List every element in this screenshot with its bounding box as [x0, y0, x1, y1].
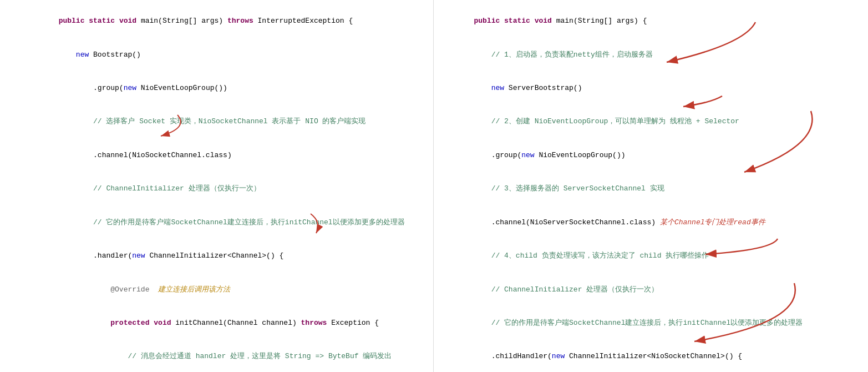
code-line: // 4、child 负责处理读写，该方法决定了 child 执行哪些操作	[439, 239, 861, 273]
code-line: // 它的作用是待客户端SocketChannel建立连接后，执行initCha…	[439, 306, 861, 340]
code-line: .channel(NioServerSocketChannel.class) 某…	[439, 206, 861, 239]
left-code-content: public static void main(String[] args) t…	[7, 4, 427, 372]
right-code-content: public static void main(String[] args) {…	[439, 4, 861, 372]
code-line: .channel(NioSocketChannel.class)	[7, 139, 427, 172]
right-code-panel: public static void main(String[] args) {…	[434, 0, 868, 372]
code-line: new Bootstrap()	[7, 38, 427, 71]
code-line: new ServerBootstrap()	[439, 72, 861, 105]
code-line: // 消息会经过通道 handler 处理，这里是将 String => Byt…	[7, 340, 427, 372]
left-code-panel: public static void main(String[] args) t…	[0, 0, 434, 372]
code-line: .group(new NioEventLoopGroup())	[7, 72, 427, 105]
main-container: public static void main(String[] args) t…	[0, 0, 868, 372]
code-line: .childHandler(new ChannelInitializer<Nio…	[439, 340, 861, 372]
code-line: // 3、选择服务器的 ServerSocketChannel 实现	[439, 172, 861, 205]
code-line: // ChannelInitializer 处理器（仅执行一次）	[7, 172, 427, 205]
code-line: // ChannelInitializer 处理器（仅执行一次）	[439, 273, 861, 306]
code-line: // 它的作用是待客户端SocketChannel建立连接后，执行initCha…	[7, 206, 427, 239]
code-line: // 1、启动器，负责装配netty组件，启动服务器	[439, 38, 861, 71]
code-line: // 选择客户 Socket 实现类，NioSocketChannel 表示基于…	[7, 105, 427, 138]
code-line: public static void main(String[] args) {	[439, 4, 861, 38]
code-line: public static void main(String[] args) t…	[7, 4, 427, 38]
code-line: // 2、创建 NioEventLoopGroup，可以简单理解为 线程池 + …	[439, 105, 861, 138]
code-line: .group(new NioEventLoopGroup())	[439, 139, 861, 172]
code-line: .handler(new ChannelInitializer<Channel>…	[7, 239, 427, 273]
code-line: protected void initChannel(Channel chann…	[7, 306, 427, 340]
code-line: @Override建立连接后调用该方法	[7, 273, 427, 306]
